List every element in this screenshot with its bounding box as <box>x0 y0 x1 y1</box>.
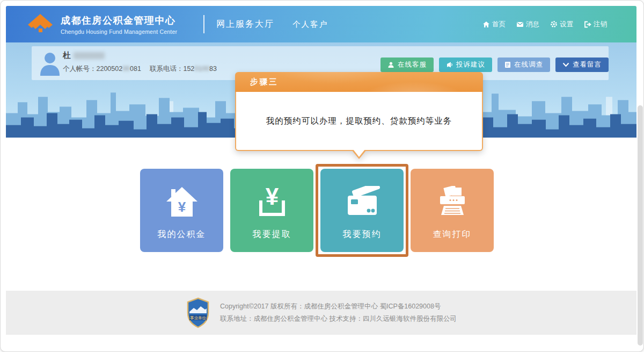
scrollbar-thumb[interactable] <box>638 105 643 346</box>
top-header-bar: 成都住房公积金管理中心 Chengdu Housing Fund Managem… <box>6 6 636 42</box>
appointment-cards-icon <box>320 181 404 222</box>
step-tooltip-text: 我的预约可以办理，提取预约、贷款预约等业务 <box>266 116 452 127</box>
step-tooltip: 步骤三 我的预约可以办理，提取预约、贷款预约等业务 <box>235 72 483 151</box>
tooltip-arrow-fill <box>353 149 365 157</box>
nav-logout[interactable]: 注销 <box>584 20 607 29</box>
portal-name: 网上服务大厅 <box>216 19 274 30</box>
customer-type-label: 个人客户 <box>292 19 328 30</box>
step-tooltip-body-wrap: 我的预约可以办理，提取预约、贷款预约等业务 <box>235 92 483 151</box>
phone-label: 联系电话： <box>150 65 184 73</box>
tile-my-housing-fund[interactable]: ¥ 我的公积金 <box>140 169 223 252</box>
banner-buttons: 在线客服 投诉建议 在线调查 <box>380 58 609 72</box>
online-service-label: 在线客服 <box>398 60 427 69</box>
survey-icon <box>504 61 511 68</box>
svg-text:¥: ¥ <box>178 199 186 215</box>
complaint-suggestion-button[interactable]: 投诉建议 <box>439 58 492 72</box>
copyright-line: Copyright©2017 版权所有：成都住房公积金管理中心 蜀ICP备160… <box>220 300 457 313</box>
user-detail-row: 个人帐号：220050200081联系电话：152010083 <box>63 64 217 74</box>
divider <box>203 15 204 33</box>
contact-line: 联系地址：成都住房公积金管理中心 技术支持：四川久远银海软件股份有限公司 <box>220 313 457 325</box>
settings-icon <box>550 20 558 28</box>
complaint-icon <box>446 61 453 68</box>
view-messages-button[interactable]: 查看留言 <box>555 58 609 72</box>
top-nav: 首页 消息 设置 <box>482 6 607 42</box>
withdraw-icon: ¥ <box>230 181 313 222</box>
account-number-end: 081 <box>130 65 141 73</box>
phone-end: 83 <box>209 65 217 73</box>
nav-settings[interactable]: 设置 <box>550 20 573 29</box>
portal-title-block: 网上服务大厅 个人客户 <box>203 15 328 34</box>
view-messages-label: 查看留言 <box>573 60 602 69</box>
house-fund-icon: ¥ <box>140 181 223 222</box>
redacted-name <box>74 52 105 59</box>
user-name-row: 杜 <box>63 51 105 61</box>
account-number-redacted: 00 <box>122 65 130 73</box>
svg-text:¥: ¥ <box>265 184 279 210</box>
tile-make-appointment[interactable]: 我要预约 <box>320 169 404 252</box>
phone-redacted: 0100 <box>194 65 209 73</box>
nav-logout-label: 注销 <box>594 20 607 29</box>
nav-messages-label: 消息 <box>526 20 539 29</box>
tile-withdraw[interactable]: ¥ 我要提取 <box>230 169 313 252</box>
account-label: 个人帐号： <box>63 65 97 73</box>
org-name-en: Chengdu Housing Fund Management Center <box>61 28 177 35</box>
main-tiles-section: ¥ 我的公积金 ¥ 我要提取 <box>6 138 636 291</box>
chevron-down-icon <box>562 62 569 67</box>
message-icon <box>516 21 524 27</box>
account-number-start: 2200502 <box>97 65 123 73</box>
org-name-cn: 成都住房公积金管理中心 <box>61 14 177 27</box>
tile-label: 查询打印 <box>411 229 494 240</box>
footer-text: Copyright©2017 版权所有：成都住房公积金管理中心 蜀ICP备160… <box>220 300 457 325</box>
nav-settings-label: 设置 <box>560 20 573 29</box>
housing-fund-logo-icon <box>26 12 54 36</box>
user-avatar <box>38 51 62 76</box>
bottom-strip <box>6 335 636 349</box>
phone-start: 152 <box>183 65 194 73</box>
page-content: 成都住房公积金管理中心 Chengdu Housing Fund Managem… <box>6 6 636 349</box>
tile-label: 我要提取 <box>230 229 313 240</box>
printer-icon <box>411 181 494 222</box>
user-name: 杜 <box>63 51 71 61</box>
browser-page: 成都住房公积金管理中心 Chengdu Housing Fund Managem… <box>0 0 644 352</box>
tile-label: 我的公积金 <box>140 229 223 240</box>
complaint-suggestion-label: 投诉建议 <box>456 60 485 69</box>
logout-icon <box>584 21 591 28</box>
nav-home-label: 首页 <box>492 20 506 29</box>
nav-messages[interactable]: 消息 <box>516 20 539 29</box>
home-icon <box>482 21 490 28</box>
step-tooltip-title: 步骤三 <box>235 72 483 92</box>
brand-block: 成都住房公积金管理中心 Chengdu Housing Fund Managem… <box>26 12 177 36</box>
tile-query-print[interactable]: 查询打印 <box>411 169 494 252</box>
online-survey-button[interactable]: 在线调查 <box>497 58 550 72</box>
online-survey-label: 在线调查 <box>514 60 543 69</box>
customer-service-icon <box>387 61 394 68</box>
badge-text: 事业单位 <box>190 315 207 320</box>
page-footer: 事业单位 Copyright©2017 版权所有：成都住房公积金管理中心 蜀IC… <box>6 291 636 335</box>
tile-label: 我要预约 <box>320 229 404 240</box>
nav-home[interactable]: 首页 <box>482 20 506 29</box>
brand-text: 成都住房公积金管理中心 Chengdu Housing Fund Managem… <box>61 14 177 35</box>
public-institution-badge-icon: 事业单位 <box>186 297 210 328</box>
online-service-button[interactable]: 在线客服 <box>380 58 434 72</box>
